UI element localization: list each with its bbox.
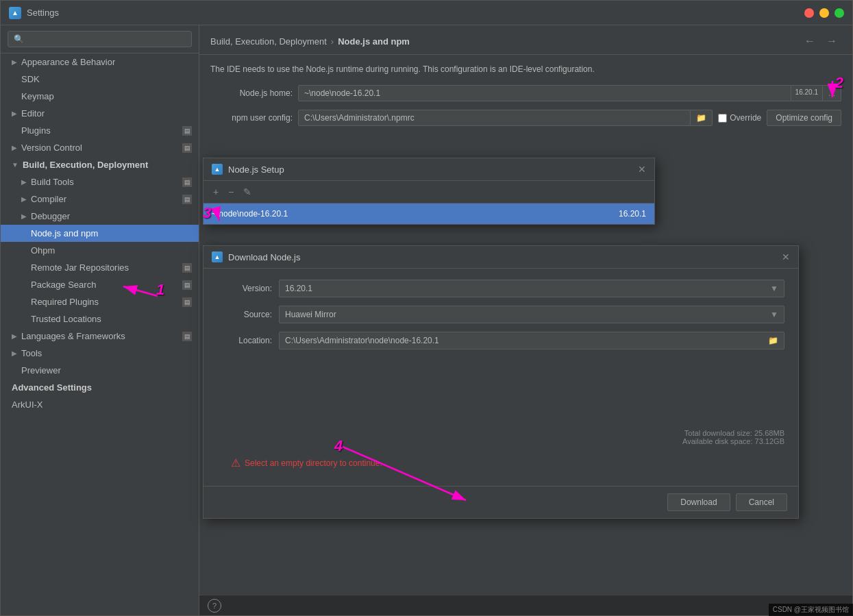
- sidebar-label-editor: Editor: [21, 108, 45, 119]
- cancel-button[interactable]: Cancel: [736, 493, 787, 511]
- compiler-badge: ▤: [182, 195, 192, 204]
- sidebar-item-sdk[interactable]: SDK: [1, 71, 199, 88]
- sidebar-label-trusted-locations: Trusted Locations: [31, 314, 101, 324]
- sidebar-label-previewer: Previewer: [21, 365, 61, 375]
- nodejs-browse-button[interactable]: ...: [823, 85, 841, 101]
- add-node-button[interactable]: +: [210, 185, 221, 199]
- sidebar-label-keymap: Keymap: [21, 91, 54, 101]
- chevron-right-icon: [12, 58, 17, 66]
- sidebar-item-appearance[interactable]: Appearance & Behavior: [1, 53, 199, 71]
- node-setup-close-button[interactable]: ✕: [638, 164, 646, 175]
- search-input[interactable]: [8, 31, 192, 47]
- source-row: Source: Huawei Mirror ▼: [217, 306, 784, 323]
- sidebar-item-version-control[interactable]: Version Control ▤: [1, 139, 199, 156]
- window-title: Settings: [27, 8, 59, 18]
- search-box: [1, 25, 199, 53]
- sidebar-item-advanced[interactable]: Advanced Settings: [1, 379, 199, 396]
- override-checkbox[interactable]: [718, 114, 727, 123]
- sidebar-item-tools[interactable]: Tools: [1, 345, 199, 362]
- node-setup-icon: ▲: [212, 164, 223, 175]
- sidebar-item-build[interactable]: Build, Execution, Deployment: [1, 156, 199, 173]
- download-dialog-header: ▲ Download Node.js ✕: [203, 246, 798, 269]
- remove-node-button[interactable]: −: [225, 185, 236, 199]
- version-select[interactable]: 16.20.1 ▼: [279, 280, 784, 297]
- nav-arrows: ← →: [800, 34, 841, 49]
- sidebar-label-arkui: ArkUI-X: [12, 399, 43, 410]
- optimize-config-button[interactable]: Optimize config: [767, 110, 841, 126]
- download-info: Total download size: 25.68MB Available d…: [217, 426, 784, 451]
- npm-config-label: npm user config:: [210, 113, 293, 123]
- sidebar-label-build: Build, Execution, Deployment: [23, 160, 148, 170]
- download-dialog[interactable]: ▲ Download Node.js ✕ Version: 16.20.1 ▼ …: [203, 245, 799, 519]
- download-dialog-title: Download Node.js: [228, 252, 301, 262]
- sidebar-label-sdk: SDK: [21, 74, 40, 84]
- location-input[interactable]: C:\Users\Administrator\node\node-16.20.1…: [279, 332, 784, 349]
- sidebar-label-build-tools: Build Tools: [31, 177, 74, 187]
- sidebar-item-trusted-locations[interactable]: Trusted Locations: [1, 310, 199, 328]
- nodejs-home-input[interactable]: [298, 85, 791, 101]
- sidebar-item-remote-jar[interactable]: Remote Jar Repositories ▤: [1, 259, 199, 276]
- node-version: 16.20.1: [619, 209, 646, 219]
- sidebar-item-compiler[interactable]: Compiler ▤: [1, 190, 199, 208]
- forward-button[interactable]: →: [822, 34, 841, 49]
- sidebar-item-arkui[interactable]: ArkUI-X: [1, 396, 199, 413]
- sidebar-item-build-tools[interactable]: Build Tools ▤: [1, 173, 199, 190]
- close-button[interactable]: [804, 8, 814, 18]
- sidebar-item-plugins[interactable]: Plugins ▤: [1, 122, 199, 139]
- download-dialog-content: Version: 16.20.1 ▼ Source: Huawei Mirror…: [203, 269, 798, 486]
- sidebar-label-plugins: Plugins: [21, 125, 51, 136]
- sidebar-label-nodejs: Node.js and npm: [31, 228, 98, 238]
- sidebar-label-advanced: Advanced Settings: [12, 382, 92, 393]
- node-setup-header: ▲ Node.js Setup ✕: [203, 158, 654, 181]
- maximize-button[interactable]: [835, 8, 844, 18]
- override-checkbox-label: Override: [718, 113, 761, 123]
- download-dialog-close-button[interactable]: ✕: [782, 251, 790, 262]
- sidebar-item-nodejs[interactable]: Node.js and npm: [1, 225, 199, 242]
- help-button[interactable]: ?: [208, 599, 221, 613]
- location-row: Location: C:\Users\Administrator\node\no…: [217, 332, 784, 349]
- sidebar-item-ohpm[interactable]: Ohpm: [1, 242, 199, 259]
- sidebar-item-debugger[interactable]: Debugger: [1, 208, 199, 225]
- sidebar-item-editor[interactable]: Editor: [1, 105, 199, 122]
- download-icon: ▲: [212, 251, 223, 262]
- sidebar-label-compiler: Compiler: [31, 194, 66, 204]
- error-text: Select an empty directory to continue.: [245, 458, 382, 468]
- panel-header: Build, Execution, Deployment › Node.js a…: [199, 25, 852, 55]
- sidebar-item-required-plugins[interactable]: Required Plugins ▤: [1, 293, 199, 310]
- node-list-item[interactable]: ~\node\node-16.20.1 16.20.1: [203, 204, 654, 224]
- empty-area: [217, 358, 784, 426]
- bottom-bar: ?: [199, 595, 852, 615]
- breadcrumb-separator: ›: [331, 36, 334, 47]
- ps-badge: ▤: [182, 280, 192, 290]
- node-path: ~\node\node-16.20.1: [212, 209, 288, 219]
- sidebar-label-remote-jar: Remote Jar Repositories: [31, 262, 129, 273]
- title-bar: ▲ Settings: [1, 1, 852, 25]
- npm-config-input-group: 📁: [298, 110, 713, 126]
- npm-config-browse-button[interactable]: 📁: [691, 110, 713, 126]
- edit-node-button[interactable]: ✎: [240, 185, 254, 199]
- source-value: Huawei Mirror: [285, 310, 336, 319]
- breadcrumb: Build, Execution, Deployment › Node.js a…: [210, 36, 410, 47]
- back-button[interactable]: ←: [800, 34, 819, 49]
- source-select[interactable]: Huawei Mirror ▼: [279, 306, 784, 323]
- window-controls: [804, 8, 844, 18]
- sidebar-item-keymap[interactable]: Keymap: [1, 88, 199, 105]
- sidebar-item-languages[interactable]: Languages & Frameworks ▤: [1, 328, 199, 345]
- chevron-right-icon-debugger: [21, 212, 27, 220]
- chevron-right-icon-editor: [12, 110, 17, 117]
- remote-jar-badge: ▤: [182, 263, 192, 273]
- sidebar-label-languages: Languages & Frameworks: [21, 331, 125, 341]
- location-label: Location:: [217, 336, 272, 345]
- location-value: C:\Users\Administrator\node\node-16.20.1: [285, 336, 439, 345]
- source-dropdown-arrow: ▼: [770, 310, 778, 319]
- sidebar-item-package-search[interactable]: Package Search ▤: [1, 276, 199, 293]
- download-button[interactable]: Download: [667, 493, 730, 511]
- sidebar-label-ohpm: Ohpm: [31, 245, 55, 256]
- node-setup-title: Node.js Setup: [228, 164, 284, 175]
- node-setup-dialog[interactable]: ▲ Node.js Setup ✕ + − ✎ ~\node\node-16.2…: [203, 158, 655, 225]
- nodejs-version-display: 16.20.1: [791, 85, 823, 101]
- sidebar-item-previewer[interactable]: Previewer: [1, 362, 199, 379]
- chevron-down-icon-build: [12, 161, 18, 169]
- npm-config-input[interactable]: [298, 110, 691, 126]
- minimize-button[interactable]: [819, 8, 829, 18]
